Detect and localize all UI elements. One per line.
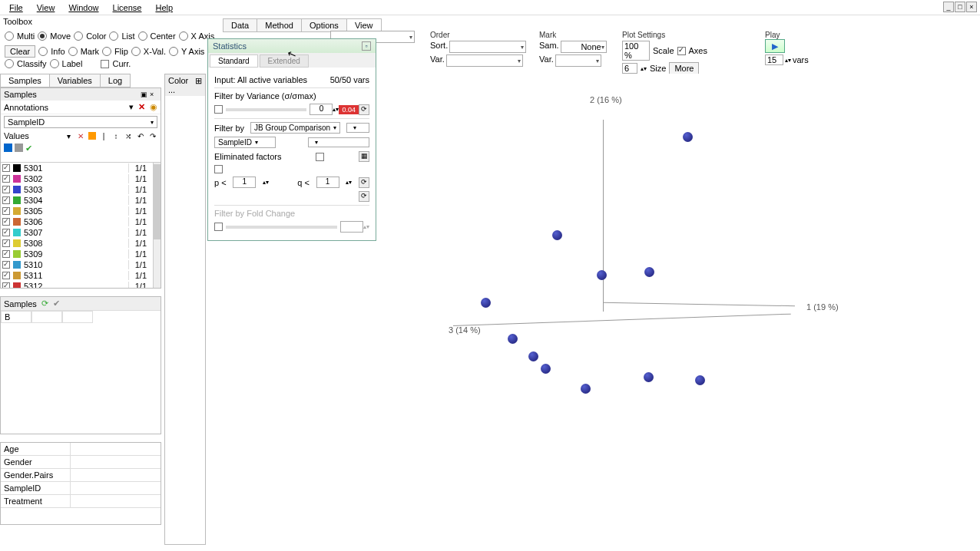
attr-row[interactable]: SampleID xyxy=(1,482,161,495)
sample-row[interactable]: 53051/1▾ xyxy=(1,206,161,216)
sort-icon[interactable]: ↕ xyxy=(111,131,121,140)
p-spinner[interactable]: ▴▾ xyxy=(263,179,269,186)
radio-center[interactable] xyxy=(138,31,147,41)
row-check[interactable] xyxy=(2,261,10,269)
attr-row[interactable]: Treatment xyxy=(1,495,161,508)
radio-yaxis[interactable] xyxy=(169,47,178,56)
attr-row[interactable]: Gender.Pairs xyxy=(1,469,161,482)
row-check[interactable] xyxy=(2,207,10,215)
play-spinner[interactable]: ▴▾ xyxy=(785,57,791,64)
radio-color[interactable] xyxy=(74,31,83,41)
attr-row[interactable]: Age xyxy=(1,443,161,456)
fold-input[interactable] xyxy=(340,221,363,233)
apply-icon[interactable]: ⟳ xyxy=(359,191,369,202)
menu-view[interactable]: View xyxy=(31,2,61,14)
bar-icon[interactable]: | xyxy=(99,131,108,140)
data-point[interactable] xyxy=(528,351,538,361)
scrollbar[interactable] xyxy=(153,163,161,288)
sort-combo[interactable] xyxy=(449,41,526,53)
six-value[interactable]: 6 xyxy=(622,63,637,74)
radio-list[interactable] xyxy=(109,31,118,41)
data-point[interactable] xyxy=(552,230,562,240)
radio-info[interactable] xyxy=(38,47,48,56)
radio-flip[interactable] xyxy=(102,47,111,56)
tab-variables[interactable]: Variables xyxy=(49,74,101,87)
row-color-swatch[interactable] xyxy=(13,282,21,288)
row-color-swatch[interactable] xyxy=(13,175,21,183)
row-color-swatch[interactable] xyxy=(13,196,21,204)
filterby-combo2[interactable] xyxy=(346,123,369,133)
tab-method[interactable]: Method xyxy=(257,18,302,32)
data-point[interactable] xyxy=(541,364,551,374)
sample-row[interactable]: 53011/1▾ xyxy=(1,163,161,173)
attr-row[interactable]: Gender xyxy=(1,456,161,469)
undo-icon[interactable]: ↶ xyxy=(136,131,145,140)
sample-row[interactable]: 53081/1▾ xyxy=(1,238,161,249)
values-x-icon[interactable]: ✕ xyxy=(76,131,85,140)
redo-icon[interactable]: ↷ xyxy=(148,131,157,140)
row-color-swatch[interactable] xyxy=(13,239,21,247)
row-color-swatch[interactable] xyxy=(13,218,21,226)
play-button[interactable]: ▶ xyxy=(765,39,785,53)
maximize-icon[interactable]: □ xyxy=(955,2,965,12)
ann-dropdown-icon[interactable]: ▾ xyxy=(129,102,134,112)
p-input[interactable]: 1 xyxy=(233,177,256,188)
row-color-swatch[interactable] xyxy=(13,272,21,279)
clear-button[interactable]: Clear xyxy=(5,45,35,58)
fold-check[interactable] xyxy=(214,223,223,231)
row-check[interactable] xyxy=(2,218,10,226)
sample-row[interactable]: 53091/1▾ xyxy=(1,249,161,259)
row-color-swatch[interactable] xyxy=(13,250,21,258)
sampleid-combo2[interactable]: SampleID xyxy=(214,137,276,148)
more-button[interactable]: More xyxy=(669,62,699,74)
close-panel-icon[interactable]: × xyxy=(150,91,157,98)
mini-swatch[interactable] xyxy=(15,144,23,152)
row-color-swatch[interactable] xyxy=(13,229,21,236)
mini-swatch[interactable] xyxy=(4,144,12,152)
row-color-swatch[interactable] xyxy=(13,164,21,172)
row-check[interactable] xyxy=(2,186,10,193)
radio-multi[interactable] xyxy=(5,31,14,41)
values-dropdown-icon[interactable]: ▾ xyxy=(64,131,73,140)
row-check[interactable] xyxy=(2,175,10,183)
data-point[interactable] xyxy=(683,132,693,142)
data-point[interactable] xyxy=(695,375,705,385)
stat-collapse-icon[interactable]: ▫ xyxy=(362,41,371,51)
row-check[interactable] xyxy=(2,164,10,172)
tab-log[interactable]: Log xyxy=(100,74,131,87)
variance-zero[interactable]: 0 xyxy=(310,104,333,115)
close-icon[interactable]: × xyxy=(966,2,977,12)
delete-icon[interactable]: ✕ xyxy=(138,102,145,112)
elim-icon[interactable]: ▦ xyxy=(359,151,369,162)
row-check[interactable] xyxy=(2,282,10,288)
data-point[interactable] xyxy=(581,384,591,394)
sample-row[interactable]: 53101/1▾ xyxy=(1,259,161,270)
shuffle-icon[interactable]: ⤭ xyxy=(124,131,133,140)
sample-row[interactable]: 53031/1▾ xyxy=(1,184,161,195)
fold-spinner[interactable]: ▴▾ xyxy=(363,223,369,230)
q-spinner[interactable]: ▴▾ xyxy=(346,179,352,186)
data-point[interactable] xyxy=(481,298,491,308)
sample-row[interactable]: 53121/1▾ xyxy=(1,281,161,288)
refresh-icon[interactable]: ⟳ xyxy=(41,299,48,308)
radio-xaxis[interactable] xyxy=(179,31,188,41)
six-spinner[interactable]: ▴▾ xyxy=(641,65,647,72)
check-icon[interactable]: ✔ xyxy=(25,144,32,153)
menu-window[interactable]: Window xyxy=(62,2,104,14)
row-color-swatch[interactable] xyxy=(13,261,21,269)
filterby-combo[interactable]: JB Group Comparison xyxy=(250,122,340,134)
row-check[interactable] xyxy=(2,229,10,236)
elim-check2[interactable] xyxy=(214,165,223,173)
elim-check[interactable] xyxy=(316,153,324,161)
q-input[interactable]: 1 xyxy=(316,177,339,188)
sample-row[interactable]: 53111/1▾ xyxy=(1,270,161,281)
play-count[interactable]: 15 xyxy=(765,54,783,65)
pq-refresh-icon[interactable]: ⟳ xyxy=(359,177,369,188)
var-combo[interactable] xyxy=(446,54,523,67)
row-check[interactable] xyxy=(2,272,10,279)
radio-mark[interactable] xyxy=(68,47,78,56)
fold-slider[interactable] xyxy=(226,226,337,229)
menu-help[interactable]: Help xyxy=(149,2,179,14)
tab-data[interactable]: Data xyxy=(223,18,257,32)
sample-row[interactable]: 53041/1▾ xyxy=(1,195,161,206)
